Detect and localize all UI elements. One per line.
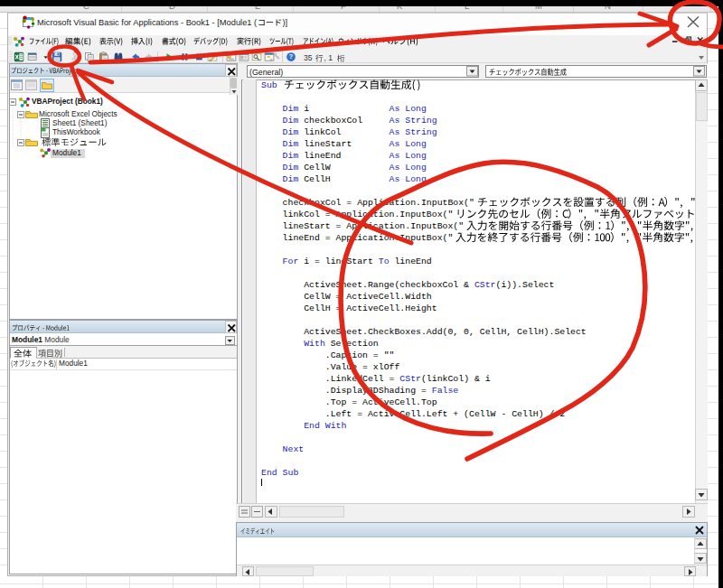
svg-text:?: ? xyxy=(289,53,293,61)
